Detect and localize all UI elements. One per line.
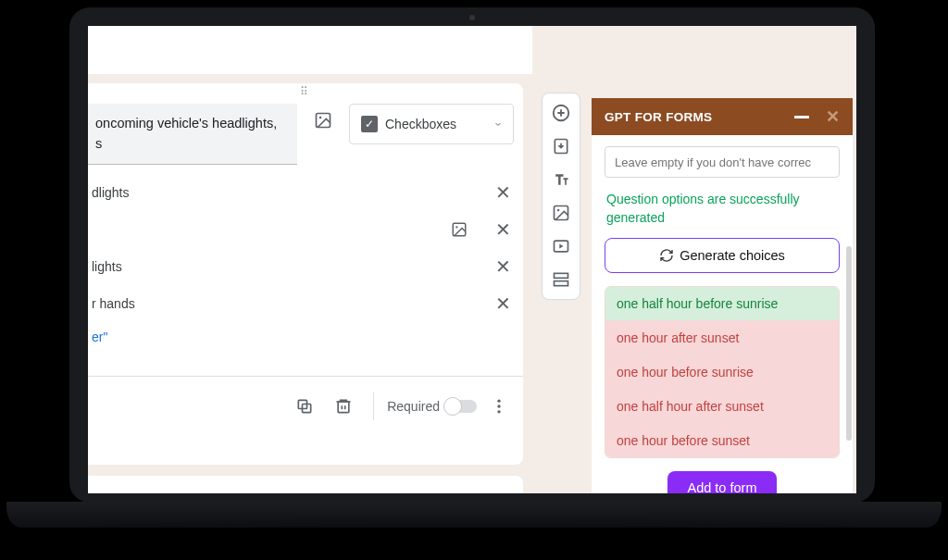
image-icon (552, 204, 570, 222)
options-list: dlights ✕ ✕ lights ✕ r hands ✕ (88, 165, 523, 355)
gpt-panel: GPT FOR FORMS ✕ Question options are suc… (592, 98, 853, 493)
add-other-link[interactable]: er" (88, 322, 518, 352)
add-video-button[interactable] (547, 232, 575, 260)
app-topbar (88, 26, 532, 74)
laptop-camera (469, 15, 475, 20)
question-card: ⠿ oncoming vehicle's headlights, s ✓ Che… (88, 83, 523, 465)
choices-list: one half hour before sunrise one hour af… (605, 286, 840, 458)
remove-option-button[interactable]: ✕ (488, 292, 518, 315)
image-icon (314, 111, 332, 130)
import-icon (552, 137, 570, 156)
more-vertical-icon (490, 397, 508, 416)
option-label[interactable]: lights (88, 259, 480, 274)
remove-option-button[interactable]: ✕ (488, 255, 518, 278)
question-type-label: Checkboxes (385, 117, 456, 131)
plus-circle-icon (551, 103, 571, 123)
option-row: r hands ✕ (88, 285, 518, 322)
question-text-input[interactable]: oncoming vehicle's headlights, s (88, 104, 297, 165)
generate-choices-label: Generate choices (680, 248, 785, 263)
trash-icon (334, 397, 353, 416)
scrollbar[interactable] (846, 246, 852, 441)
add-image-button[interactable] (547, 199, 575, 227)
copy-icon (295, 397, 314, 416)
status-message: Question options are successfully genera… (606, 191, 838, 227)
more-button[interactable] (482, 390, 516, 423)
checkbox-icon: ✓ (361, 116, 378, 132)
close-button[interactable]: ✕ (826, 106, 840, 127)
option-image-button[interactable] (451, 221, 480, 238)
option-row: lights ✕ (88, 248, 518, 285)
choice-item[interactable]: one hour before sunrise (605, 355, 839, 389)
add-section-button[interactable] (547, 266, 575, 293)
svg-point-13 (557, 209, 560, 212)
add-to-form-button[interactable]: Add to form (667, 471, 778, 493)
svg-point-1 (319, 117, 322, 118)
question-type-select[interactable]: ✓ Checkboxes (349, 104, 514, 144)
divider (373, 392, 374, 420)
section-icon (552, 270, 570, 289)
video-icon (552, 237, 570, 255)
refresh-icon (659, 248, 674, 263)
chevron-down-icon (493, 118, 504, 130)
laptop-frame: ⠿ oncoming vehicle's headlights, s ✓ Che… (69, 7, 875, 503)
choice-item[interactable]: one hour after sunset (605, 320, 839, 355)
option-row: ✕ (88, 211, 518, 248)
svg-point-8 (497, 404, 500, 407)
required-label: Required (387, 399, 440, 414)
remove-option-button[interactable]: ✕ (488, 218, 518, 241)
add-question-button[interactable] (547, 99, 575, 127)
option-label[interactable]: dlights (88, 185, 480, 200)
image-icon (451, 221, 468, 238)
duplicate-button[interactable] (288, 390, 321, 423)
import-questions-button[interactable] (547, 132, 575, 160)
choice-item[interactable]: one hour before sunset (605, 423, 839, 457)
question-image-button[interactable] (306, 104, 340, 137)
svg-rect-6 (338, 402, 349, 413)
choice-item[interactable]: one half hour before sunrise (605, 287, 839, 320)
laptop-shadow (28, 522, 917, 555)
drag-handle-icon[interactable]: ⠿ (88, 83, 523, 100)
svg-point-9 (497, 410, 500, 413)
delete-button[interactable] (327, 390, 360, 423)
remove-option-button[interactable]: ✕ (488, 181, 518, 204)
screen: ⠿ oncoming vehicle's headlights, s ✓ Che… (88, 26, 856, 493)
required-toggle[interactable] (445, 400, 477, 413)
generate-choices-button[interactable]: Generate choices (605, 238, 840, 273)
option-label[interactable]: r hands (88, 296, 480, 311)
choice-item[interactable]: one half hour after sunset (605, 389, 839, 423)
gpt-panel-header: GPT FOR FORMS ✕ (592, 98, 853, 135)
minimize-button[interactable] (794, 116, 809, 118)
correct-answer-input[interactable] (605, 146, 840, 178)
option-row: dlights ✕ (88, 174, 518, 211)
svg-point-7 (497, 399, 500, 402)
question-footer: Required (88, 377, 523, 434)
text-title-icon (552, 170, 570, 189)
gpt-panel-title: GPT FOR FORMS (605, 110, 712, 124)
tools-rail (542, 93, 580, 300)
svg-rect-16 (555, 281, 568, 286)
svg-point-3 (455, 226, 457, 228)
svg-rect-15 (555, 273, 568, 278)
add-title-button[interactable] (547, 166, 575, 193)
next-question-card[interactable] (88, 476, 523, 493)
